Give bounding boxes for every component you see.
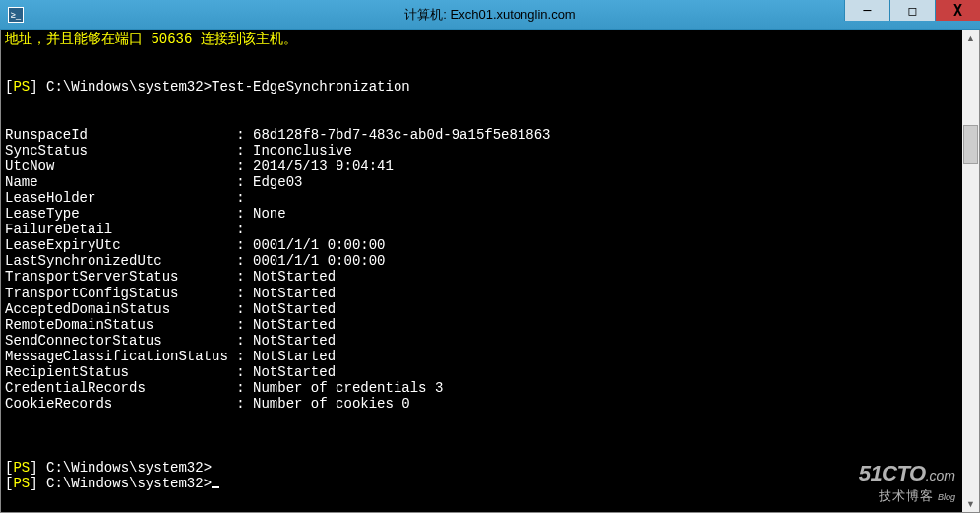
- field-value: NotStarted: [253, 301, 336, 317]
- titlebar[interactable]: ≥_ 计算机: Exch01.xutonglin.com ─ □ X: [0, 0, 980, 30]
- terminal-output[interactable]: 地址，并且能够在端口 50636 连接到该主机。 [PS] C:\Windows…: [1, 30, 962, 512]
- output-field: LeaseType : None: [5, 206, 958, 222]
- output-field: RemoteDomainStatus : NotStarted: [5, 317, 958, 333]
- field-value: Number of credentials 3: [253, 380, 443, 396]
- maximize-button[interactable]: □: [889, 0, 935, 21]
- field-key: SyncStatus: [5, 143, 228, 159]
- minimize-button[interactable]: ─: [844, 0, 889, 21]
- content-area: 地址，并且能够在端口 50636 连接到该主机。 [PS] C:\Windows…: [0, 30, 980, 513]
- field-key: UtcNow: [5, 159, 228, 174]
- output-field: RecipientStatus : NotStarted: [5, 364, 958, 380]
- field-value: Inconclusive: [253, 143, 352, 159]
- output-field: FailureDetail :: [5, 222, 958, 237]
- field-value: Edge03: [253, 174, 302, 190]
- field-key: SendConnectorStatus: [5, 333, 228, 349]
- field-value: None: [253, 206, 286, 222]
- field-value: 68d128f8-7bd7-483c-ab0d-9a15f5e81863: [253, 127, 550, 143]
- field-key: Name: [5, 174, 228, 190]
- output-field: TransportServerStatus : NotStarted: [5, 269, 958, 285]
- prompt-line-active[interactable]: [PS] C:\Windows\system32>: [5, 476, 958, 491]
- prompt-line: [PS] C:\Windows\system32>: [5, 460, 958, 476]
- output-field: SendConnectorStatus : NotStarted: [5, 333, 958, 349]
- output-field: AcceptedDomainStatus : NotStarted: [5, 301, 958, 317]
- field-value: 2014/5/13 9:04:41: [253, 159, 394, 174]
- field-value: NotStarted: [253, 333, 336, 349]
- field-value: 0001/1/1 0:00:00: [253, 237, 385, 253]
- output-field: UtcNow : 2014/5/13 9:04:41: [5, 159, 958, 174]
- field-key: LeaseType: [5, 206, 228, 222]
- output-field: CredentialRecords : Number of credential…: [5, 380, 958, 396]
- field-value: NotStarted: [253, 286, 336, 301]
- window-controls: ─ □ X: [844, 0, 980, 29]
- field-value: Number of cookies 0: [253, 396, 410, 412]
- field-value: NotStarted: [253, 269, 336, 285]
- field-key: FailureDetail: [5, 222, 228, 237]
- field-key: LeaseExpiryUtc: [5, 237, 228, 253]
- window-title: 计算机: Exch01.xutonglin.com: [404, 6, 575, 24]
- field-key: CookieRecords: [5, 396, 228, 412]
- output-field: Name : Edge03: [5, 174, 958, 190]
- output-field: RunspaceId : 68d128f8-7bd7-483c-ab0d-9a1…: [5, 127, 958, 143]
- cursor: [212, 486, 219, 488]
- field-key: RecipientStatus: [5, 364, 228, 380]
- output-field: TransportConfigStatus : NotStarted: [5, 286, 958, 301]
- field-key: TransportConfigStatus: [5, 286, 228, 301]
- scroll-track[interactable]: [962, 46, 979, 495]
- field-key: TransportServerStatus: [5, 269, 228, 285]
- scroll-thumb[interactable]: [963, 125, 978, 164]
- prompt-line: [PS] C:\Windows\system32>Test-EdgeSynchr…: [5, 79, 958, 95]
- output-field: CookieRecords : Number of cookies 0: [5, 396, 958, 412]
- close-button[interactable]: X: [935, 0, 980, 21]
- field-key: LastSynchronizedUtc: [5, 253, 228, 269]
- field-value: NotStarted: [253, 317, 336, 333]
- application-window: ≥_ 计算机: Exch01.xutonglin.com ─ □ X 地址，并且…: [0, 0, 980, 513]
- output-field: LeaseHolder :: [5, 190, 958, 206]
- output-field: LastSynchronizedUtc : 0001/1/1 0:00:00: [5, 253, 958, 269]
- field-key: RunspaceId: [5, 127, 228, 143]
- field-key: RemoteDomainStatus: [5, 317, 228, 333]
- output-field: MessageClassificationStatus : NotStarted: [5, 349, 958, 364]
- vertical-scrollbar[interactable]: ▲ ▼: [962, 30, 979, 512]
- field-value: NotStarted: [253, 364, 336, 380]
- field-key: CredentialRecords: [5, 380, 228, 396]
- field-key: LeaseHolder: [5, 190, 228, 206]
- field-value: NotStarted: [253, 349, 336, 364]
- app-icon: ≥_: [8, 7, 24, 23]
- output-field: SyncStatus : Inconclusive: [5, 143, 958, 159]
- field-key: MessageClassificationStatus: [5, 349, 228, 364]
- command-text: Test-EdgeSynchronization: [212, 79, 410, 95]
- field-value: 0001/1/1 0:00:00: [253, 253, 385, 269]
- scroll-down-button[interactable]: ▼: [962, 495, 979, 512]
- output-field: LeaseExpiryUtc : 0001/1/1 0:00:00: [5, 237, 958, 253]
- scroll-up-button[interactable]: ▲: [962, 30, 979, 46]
- warning-text: 地址，并且能够在端口 50636 连接到该主机。: [5, 32, 297, 47]
- field-key: AcceptedDomainStatus: [5, 301, 228, 317]
